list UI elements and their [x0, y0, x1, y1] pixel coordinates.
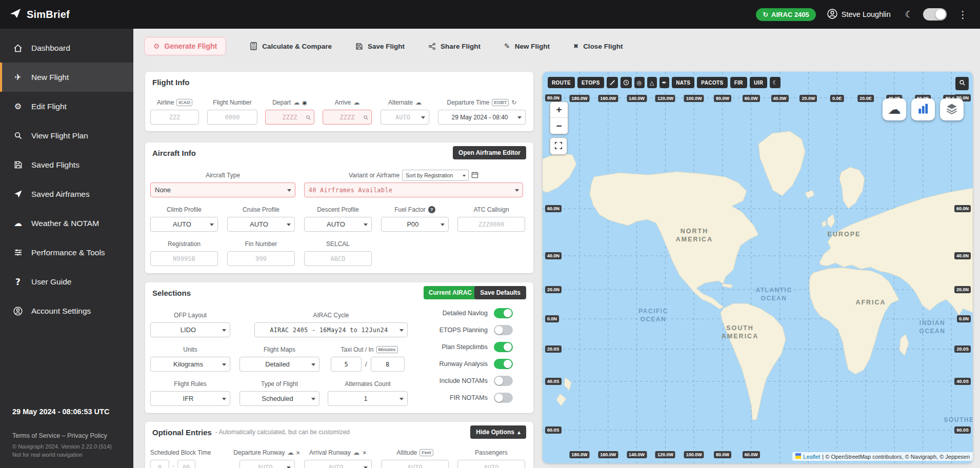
airac-cycle-select[interactable]: AIRAC 2405 - 16May24 to 12Jun24	[254, 322, 408, 337]
metar-icon[interactable]: ◉	[302, 99, 307, 106]
landing-icon[interactable]: ✈	[361, 449, 368, 457]
charts-layer-button[interactable]	[911, 98, 935, 120]
selcal-input[interactable]	[304, 251, 372, 266]
range-rings-button[interactable]: ◎	[634, 77, 645, 88]
etops-planning-toggle[interactable]	[494, 325, 513, 335]
generate-flight-button[interactable]: ⚙ Generate Flight	[144, 37, 226, 55]
weather-layer-button[interactable]: ☁	[883, 98, 906, 120]
fir-notams-toggle[interactable]	[494, 393, 513, 403]
save-flight-button[interactable]: Save Flight	[355, 43, 405, 50]
fin-number-input[interactable]	[227, 251, 295, 266]
theme-toggle[interactable]	[923, 8, 947, 21]
hide-options-button[interactable]: Hide Options ▴	[470, 425, 526, 439]
share-flight-button[interactable]: Share Flight	[428, 43, 481, 50]
units-select[interactable]: Kilograms	[150, 357, 230, 372]
plan-stepclimbs-label: Plan Stepclimbs	[442, 343, 488, 351]
airport-search-icon[interactable]	[306, 113, 311, 123]
calculate-compare-button[interactable]: Calculate & Compare	[250, 42, 332, 50]
terms-link[interactable]: Terms of Service	[12, 432, 60, 439]
weather-icon[interactable]: ☁	[287, 449, 293, 456]
taxi-in-input[interactable]	[371, 357, 405, 372]
zoom-in-button[interactable]: +	[550, 102, 568, 118]
sidebar-item-dashboard[interactable]: Dashboard	[0, 33, 133, 63]
nats-button[interactable]: NATS	[672, 77, 694, 88]
draw-button[interactable]: ✒	[659, 77, 670, 88]
close-flight-button[interactable]: ✖ Close Flight	[573, 43, 623, 50]
runway-analysis-toggle[interactable]	[494, 359, 513, 369]
cruise-profile-select[interactable]: AUTO	[227, 217, 295, 232]
app-logo[interactable]: SimBrief	[9, 7, 70, 22]
plan-stepclimbs-toggle[interactable]	[494, 342, 513, 352]
sidebar-item-performance-tools[interactable]: Performance & Tools	[0, 238, 133, 267]
departure-time-select[interactable]: 29 May 2024 - 08:40	[438, 110, 526, 125]
fullscreen-button[interactable]	[550, 137, 567, 155]
sidebar-item-view-flight-plan[interactable]: View Flight Plan	[0, 121, 133, 150]
sidebar-item-weather-notam[interactable]: ☁ Weather & NOTAM	[0, 209, 133, 238]
type-of-flight-select[interactable]: Scheduled	[239, 391, 319, 406]
uir-button[interactable]: UIR	[750, 77, 767, 88]
weather-icon[interactable]: ☁	[353, 99, 359, 106]
descent-profile-select[interactable]: AUTO	[304, 217, 372, 232]
airline-label: Airline	[157, 99, 174, 106]
measure-icon-button[interactable]	[607, 77, 618, 88]
privacy-link[interactable]: Privacy Policy	[67, 432, 107, 439]
sidebar-item-saved-flights[interactable]: Saved Flights	[0, 150, 133, 179]
etops-button[interactable]: ETOPS	[577, 77, 604, 88]
flight-number-input[interactable]	[207, 110, 257, 125]
flight-maps-select[interactable]: Detailed	[239, 357, 319, 372]
zoom-out-button[interactable]: −	[550, 118, 568, 134]
airframe-select[interactable]: 40 Airframes Available	[304, 182, 523, 197]
block-hours-input[interactable]	[150, 460, 169, 468]
takeoff-icon[interactable]: ✈	[294, 449, 302, 457]
sidebar-item-saved-airframes[interactable]: Saved Airframes	[0, 179, 133, 209]
alternate-select[interactable]: AUTO	[381, 110, 429, 125]
user-menu[interactable]: Steve Loughlin	[827, 9, 891, 21]
weather-icon[interactable]: ☁	[293, 99, 299, 106]
sidebar-item-edit-flight[interactable]: ⚙ Edit Flight	[0, 92, 133, 121]
include-notams-toggle[interactable]	[494, 376, 513, 386]
layers-icon[interactable]	[940, 98, 964, 120]
detailed-navlog-toggle[interactable]	[494, 308, 513, 318]
fuel-factor-select[interactable]: P00	[381, 217, 449, 232]
departure-runway-select[interactable]: AUTO	[239, 460, 295, 468]
night-overlay-button[interactable]: ☾	[770, 77, 780, 88]
taxi-out-input[interactable]	[331, 357, 362, 372]
airframe-sort-select[interactable]: Sort by Registration	[402, 170, 469, 181]
world-map[interactable]	[543, 72, 973, 463]
pacots-button[interactable]: PACOTS	[697, 77, 727, 88]
overflow-menu-icon[interactable]: ⋮	[955, 8, 971, 21]
aircraft-type-select[interactable]: None	[150, 182, 295, 197]
map-search-button[interactable]	[955, 77, 969, 90]
flight-rules-select[interactable]: IFR	[150, 391, 230, 406]
current-airac-badge[interactable]: Current AIRAC	[424, 286, 477, 299]
ofp-layout-select[interactable]: LIDO	[150, 322, 230, 337]
altitude-input[interactable]	[381, 460, 449, 468]
dark-mode-icon[interactable]: ☾	[902, 9, 916, 20]
airport-search-icon[interactable]	[363, 113, 369, 123]
refresh-icon[interactable]: ↻	[511, 99, 516, 106]
block-minutes-input[interactable]	[177, 460, 195, 468]
alternates-count-select[interactable]: 1	[328, 391, 408, 406]
save-defaults-button[interactable]: Save Defaults	[474, 286, 526, 299]
open-airframe-editor-button[interactable]: Open Airframe Editor	[453, 146, 526, 159]
registration-input[interactable]	[150, 251, 218, 266]
new-flight-button[interactable]: ✎ New Flight	[504, 42, 550, 50]
airline-input[interactable]	[150, 110, 199, 125]
weather-icon[interactable]: ☁	[353, 449, 359, 456]
weather-icon[interactable]: ☁	[415, 99, 422, 106]
help-icon[interactable]: ?	[428, 206, 435, 213]
climb-profile-select[interactable]: AUTO	[150, 217, 218, 232]
sidebar-item-account-settings[interactable]: Account Settings	[0, 296, 133, 325]
clock-icon-button[interactable]	[621, 77, 632, 88]
sidebar-item-user-guide[interactable]: ? User Guide	[0, 267, 133, 296]
leaflet-link[interactable]: Leaflet	[803, 454, 820, 460]
route-button[interactable]: ROUTE	[548, 77, 575, 88]
hazards-button[interactable]: △	[647, 77, 657, 88]
fir-button[interactable]: FIR	[730, 77, 747, 88]
sidebar-item-new-flight[interactable]: ✈ New Flight	[0, 63, 133, 92]
arrival-runway-select[interactable]: AUTO	[304, 460, 372, 468]
airac-badge[interactable]: ↻ AIRAC 2405	[756, 8, 816, 21]
atc-callsign-input[interactable]	[457, 217, 525, 232]
calendar-icon[interactable]	[471, 171, 478, 180]
passengers-input[interactable]	[457, 460, 525, 468]
